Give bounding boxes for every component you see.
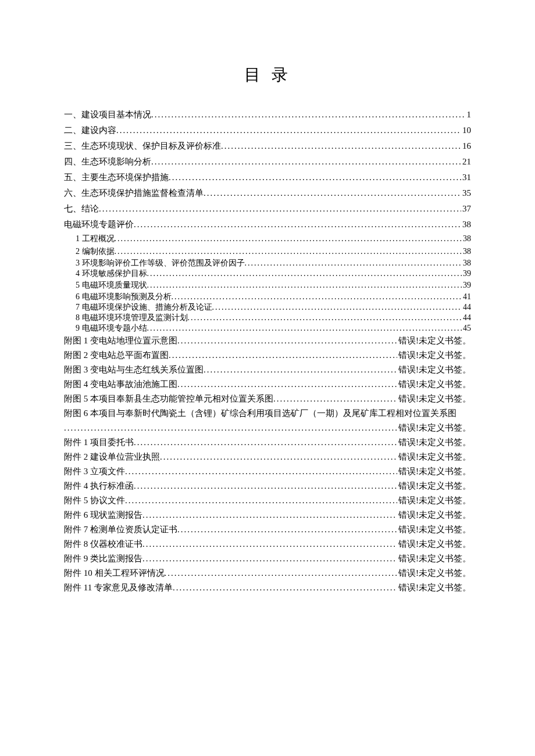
toc-entry-page: 38 (462, 259, 471, 267)
toc-entry-label: 附件 2 建设单位营业执照 (64, 453, 160, 461)
toc-entry-label: 附图 3 变电站与生态红线关系位置图 (64, 366, 204, 374)
toc-entry-page: 38 (462, 235, 471, 243)
toc-entry-page: 错误!未定义书签。 (397, 380, 471, 389)
toc-entry: 附件 5 协议文件错误!未定义书签。 (64, 493, 471, 508)
toc-leader-dots (147, 324, 462, 332)
toc-entry-page: 错误!未定义书签。 (397, 351, 471, 360)
toc-leader-dots (115, 248, 462, 256)
toc-entry: 9 电磁环境专题小结45 (64, 323, 471, 334)
toc-entry-page: 错误!未定义书签。 (397, 554, 471, 563)
toc-entry-label: 附件 8 仪器校准证书 (64, 540, 142, 549)
toc-entry: 附件 11 专家意见及修改清单错误!未定义书签。 (64, 581, 471, 595)
toc-entry: 7 电磁环境保护设施、措施分析及论证44 (64, 302, 471, 313)
toc-entry-label: 附件 4 执行标准函 (64, 482, 134, 490)
toc-leader-dots (172, 293, 462, 301)
toc-entry-label: 附件 5 协议文件 (64, 496, 125, 505)
toc-entry-page: 错误!未定义书签。 (397, 395, 471, 403)
toc-entry-label: 五、主要生态环境保护措施 (64, 173, 169, 182)
toc-entry-page: 37 (461, 205, 471, 213)
toc-entry: 3 环境影响评价工作等级、评价范围及评价因子38 (64, 258, 471, 268)
toc-leader-dots (273, 395, 397, 403)
toc-leader-dots (177, 380, 397, 389)
toc-leader-dots (116, 126, 461, 135)
toc-entry-label: 四、生态环境影响分析 (64, 157, 151, 166)
toc-entry-label: 6 电磁环境影响预测及分析 (76, 293, 172, 301)
toc-leader-dots (165, 569, 398, 578)
toc-leader-dots (147, 281, 462, 289)
toc-entry-label: 附件 6 现状监测报告 (64, 511, 142, 519)
toc-entry-page: 39 (462, 270, 471, 278)
toc-entry: 附件 6 现状监测报告错误!未定义书签。 (64, 508, 471, 522)
toc-leader-dots (134, 220, 461, 229)
toc-entry: 一、建设项目基本情况1 (64, 107, 471, 123)
toc-entry-label: 附件 1 项目委托书 (64, 438, 134, 447)
toc-entry: 4 环境敏感保护目标39 (64, 268, 471, 279)
toc-entry: 附件 4 执行标准函错误!未定义书签。 (64, 479, 471, 493)
toc-entry: 五、主要生态环境保护措施31 (64, 170, 471, 185)
toc-entry-page: 45 (462, 324, 471, 332)
toc-entry-label: 8 电磁环境环境管理及监测计划 (76, 314, 188, 322)
toc-entry-label: 附件 10 相关工程环评情况 (64, 569, 165, 578)
toc-entry-label: 5 电磁环境质量现状 (76, 281, 147, 289)
table-of-contents: 一、建设项目基本情况1二、建设内容10三、生态环境现状、保护目标及评价标准16四… (64, 107, 471, 595)
toc-leader-dots (188, 314, 462, 322)
toc-entry-page: 21 (461, 157, 471, 166)
toc-entry-page: 错误!未定义书签。 (397, 525, 471, 534)
toc-entry-label: 三、生态环境现状、保护目标及评价标准 (64, 142, 221, 151)
toc-entry-label: 2 编制依据 (76, 248, 115, 256)
toc-entry: 四、生态环境影响分析21 (64, 154, 471, 170)
toc-leader-dots (151, 110, 466, 119)
toc-entry: 2 编制依据38 (64, 245, 471, 258)
toc-leader-dots (151, 157, 461, 166)
toc-entry-label: 附图 6 本项目与奉新时代陶瓷土（含锂）矿综合利用项目选矿厂（一期）及尾矿库工程… (64, 409, 456, 418)
toc-entry-label: 3 环境影响评价工作等级、评价范围及评价因子 (76, 259, 245, 267)
toc-entry-label: 附件 9 类比监测报告 (64, 554, 142, 563)
toc-entry-label: 9 电磁环境专题小结 (76, 324, 147, 332)
toc-entry: 5 电磁环境质量现状39 (64, 279, 471, 292)
toc-entry: 二、建设内容10 (64, 123, 471, 138)
toc-leader-dots (115, 235, 462, 243)
toc-entry: 附件 7 检测单位资质认定证书错误!未定义书签。 (64, 522, 471, 537)
toc-entry-page: 错误!未定义书签。 (397, 336, 471, 345)
toc-entry-page: 38 (461, 220, 471, 229)
toc-leader-dots (142, 540, 397, 549)
toc-leader-dots (221, 142, 461, 151)
toc-leader-dots (134, 482, 397, 490)
toc-entry-page: 错误!未定义书签。 (397, 482, 471, 490)
toc-entry: 附件 3 立项文件错误!未定义书签。 (64, 464, 471, 479)
toc-entry-label: 二、建设内容 (64, 126, 116, 135)
toc-entry: 附图 1 变电站地理位置示意图错误!未定义书签。 (64, 334, 471, 348)
toc-entry-label: 电磁环境专题评价 (64, 220, 134, 229)
toc-entry-label: 附件 3 立项文件 (64, 467, 125, 476)
toc-entry-page: 错误!未定义书签。 (397, 453, 471, 461)
toc-entry-page: 错误!未定义书签。 (397, 438, 471, 447)
toc-entry-page: 错误!未定义书签。 (397, 424, 471, 432)
toc-entry-page: 35 (461, 189, 471, 198)
toc-entry-label: 六、生态环境保护措施监督检查清单 (64, 189, 204, 198)
toc-entry-page: 44 (462, 303, 471, 311)
toc-entry-page: 错误!未定义书签。 (397, 366, 471, 374)
toc-entry-label: 1 工程概况 (76, 235, 115, 243)
toc-entry: 附图 2 变电站总平面布置图错误!未定义书签。 (64, 348, 471, 363)
toc-entry-label: 4 环境敏感保护目标 (76, 270, 147, 278)
toc-entry: 七、结论37 (64, 201, 471, 217)
toc-entry-page: 38 (462, 248, 471, 256)
toc-entry-page: 10 (461, 126, 471, 135)
toc-leader-dots (212, 303, 462, 311)
toc-entry: 8 电磁环境环境管理及监测计划44 (64, 313, 471, 323)
toc-entry-page: 16 (461, 142, 471, 151)
toc-leader-dots (142, 554, 397, 563)
toc-entry: 附件 9 类比监测报告错误!未定义书签。 (64, 551, 471, 566)
toc-leader-dots (204, 189, 461, 198)
toc-leader-dots (177, 336, 397, 345)
toc-entry-label: 7 电磁环境保护设施、措施分析及论证 (76, 303, 212, 311)
toc-entry-page: 错误!未定义书签。 (397, 496, 471, 505)
toc-leader-dots (134, 438, 397, 447)
toc-entry-page: 39 (462, 281, 471, 289)
toc-entry-page: 错误!未定义书签。 (397, 540, 471, 549)
toc-entry-page: 41 (462, 293, 471, 301)
toc-entry: 附图 4 变电站事故油池施工图错误!未定义书签。 (64, 377, 471, 392)
toc-leader-dots (177, 525, 397, 534)
toc-entry: 附件 8 仪器校准证书错误!未定义书签。 (64, 537, 471, 551)
toc-leader-dots (125, 467, 397, 476)
